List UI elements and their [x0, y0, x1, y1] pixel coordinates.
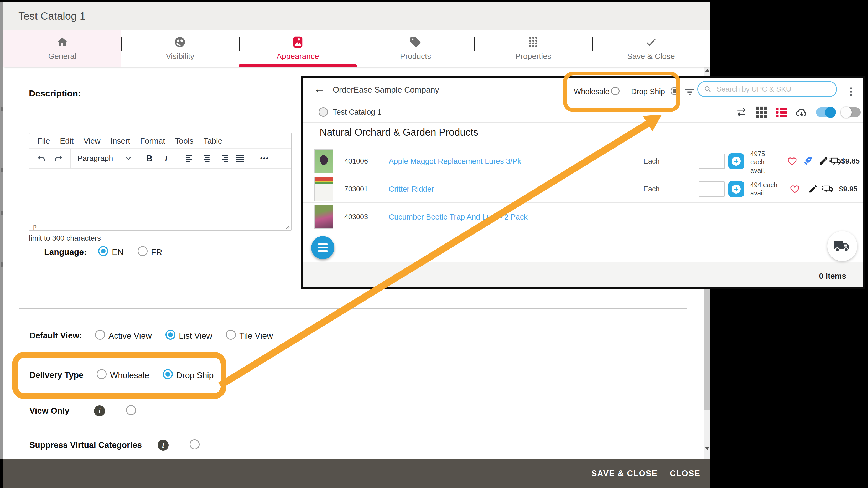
company-name: OrderEase Sample Company: [333, 85, 439, 95]
bold-button[interactable]: B: [144, 153, 154, 164]
delivery-type-radio-dropship[interactable]: [163, 369, 173, 379]
edit-pencil-icon[interactable]: [808, 184, 818, 194]
add-quantity-button[interactable]: +: [728, 153, 744, 169]
rocket-icon[interactable]: [803, 156, 813, 166]
paragraph-dropdown[interactable]: Paragraph: [71, 148, 137, 168]
delivery-type-option-label: Drop Ship: [176, 371, 214, 380]
availability-text: 4975 each avail.: [750, 150, 782, 175]
kebab-menu-icon[interactable]: [850, 86, 852, 97]
resize-grip-icon[interactable]: [285, 225, 290, 229]
shipping-truck-icon[interactable]: [829, 156, 842, 166]
shipping-truck-icon[interactable]: [821, 184, 834, 194]
product-thumbnail[interactable]: [314, 205, 333, 229]
menu-table[interactable]: Table: [204, 137, 222, 145]
language-radio-fr[interactable]: [137, 246, 148, 256]
swap-view-icon[interactable]: [735, 106, 747, 118]
menu-view[interactable]: View: [84, 137, 100, 145]
product-row: 703001 Critter Ridder Each + 494 each av…: [303, 175, 863, 203]
catalog-icon: [318, 107, 328, 117]
wholesale-toggle-label: Wholesale: [574, 87, 609, 96]
redo-icon[interactable]: [53, 153, 64, 164]
wholesale-toggle-radio[interactable]: [611, 87, 620, 95]
tab-save-close[interactable]: Save & Close: [592, 30, 710, 66]
product-price: $9.95: [839, 185, 858, 193]
product-thumbnail[interactable]: [314, 149, 333, 173]
save-close-button[interactable]: SAVE & CLOSE: [591, 469, 658, 478]
tab-products[interactable]: Products: [356, 30, 474, 66]
scrollbar-up-icon[interactable]: [705, 69, 709, 72]
description-editor: File Edit View Insert Format Tools Table…: [29, 133, 291, 231]
preview-footer: 0 items: [303, 262, 863, 287]
menu-format[interactable]: Format: [140, 137, 165, 145]
info-icon[interactable]: i: [158, 440, 168, 451]
delivery-type-label: Delivery Type: [29, 370, 84, 380]
close-button[interactable]: CLOSE: [670, 469, 701, 478]
filter-icon[interactable]: [684, 86, 696, 98]
more-tools-button[interactable]: •••: [260, 154, 269, 163]
align-left-icon[interactable]: [185, 153, 196, 164]
tab-bar: General Visibility Appearance Products P…: [3, 30, 710, 66]
menu-edit[interactable]: Edit: [60, 137, 73, 145]
cart-truck-button[interactable]: [827, 231, 857, 261]
scrollbar-down-icon[interactable]: [705, 447, 709, 450]
product-name-link[interactable]: Critter Ridder: [389, 185, 434, 194]
cloud-download-icon[interactable]: [796, 106, 808, 118]
search-input[interactable]: [716, 85, 821, 94]
delivery-type-radio-wholesale[interactable]: [97, 369, 106, 379]
align-center-icon[interactable]: [202, 153, 213, 164]
favorite-heart-icon[interactable]: [787, 156, 797, 166]
default-view-radio-list[interactable]: [165, 330, 176, 340]
tab-properties[interactable]: Properties: [474, 30, 592, 66]
catalog-name: Test Catalog 1: [333, 108, 381, 116]
dialog-footer: SAVE & CLOSE CLOSE: [3, 459, 710, 488]
list-view-icon[interactable]: [776, 106, 787, 118]
tab-visibility[interactable]: Visibility: [121, 30, 239, 66]
grid-view-icon[interactable]: [755, 106, 768, 118]
align-justify-icon[interactable]: [236, 153, 246, 164]
divider: [303, 122, 863, 122]
italic-button[interactable]: I: [161, 153, 171, 164]
quantity-input[interactable]: [699, 181, 725, 197]
product-name-link[interactable]: Cucumber Beetle Trap And Lure - 2 Pack: [389, 213, 528, 221]
storefront-preview-window: ← OrderEase Sample Company Wholesale Dro…: [301, 76, 865, 289]
menu-file[interactable]: File: [37, 137, 50, 145]
tab-appearance[interactable]: Appearance: [239, 30, 356, 66]
tab-general[interactable]: General: [3, 30, 121, 66]
info-icon[interactable]: i: [94, 405, 105, 417]
toggle-on[interactable]: [816, 107, 835, 117]
quantity-input[interactable]: [699, 153, 725, 169]
favorite-heart-icon[interactable]: [790, 184, 800, 194]
availability-text: 494 each avail.: [750, 181, 787, 198]
default-view-radio-active[interactable]: [95, 330, 105, 340]
dropship-toggle-label: Drop Ship: [631, 87, 665, 96]
default-view-label: Default View:: [29, 331, 82, 341]
editor-toolbar: Paragraph B I •••: [29, 148, 291, 169]
undo-icon[interactable]: [36, 153, 47, 164]
view-only-radio[interactable]: [126, 405, 136, 415]
editor-menubar: File Edit View Insert Format Tools Table: [29, 133, 291, 148]
menu-fab-button[interactable]: [311, 236, 334, 259]
view-only-label: View Only: [29, 406, 69, 416]
tab-label: Properties: [515, 52, 551, 61]
cart-item-count: 0 items: [819, 271, 846, 281]
product-row: 401006 Apple Maggot Replacement Lures 3/…: [303, 147, 863, 175]
product-thumbnail[interactable]: [314, 177, 333, 201]
visibility-icon: [174, 36, 186, 48]
toggle-off[interactable]: [841, 107, 861, 117]
chevron-down-icon: [126, 155, 131, 160]
screen: Test Catalog 1 General Visibility Appear…: [0, 0, 868, 488]
align-right-icon[interactable]: [219, 153, 229, 164]
add-quantity-button[interactable]: +: [728, 181, 744, 197]
language-radio-en[interactable]: [98, 246, 108, 256]
product-name-link[interactable]: Apple Maggot Replacement Lures 3/Pk: [389, 157, 521, 166]
language-label: Language:: [44, 247, 87, 257]
dropship-toggle-radio[interactable]: [671, 87, 679, 95]
back-arrow-icon[interactable]: ←: [314, 83, 325, 95]
edit-pencil-icon[interactable]: [818, 156, 829, 166]
description-textarea[interactable]: [29, 169, 291, 222]
tab-label: General: [48, 52, 76, 61]
menu-insert[interactable]: Insert: [111, 137, 130, 145]
suppress-virtual-categories-radio[interactable]: [190, 439, 199, 449]
menu-tools[interactable]: Tools: [175, 137, 193, 145]
default-view-radio-tile[interactable]: [226, 330, 236, 340]
